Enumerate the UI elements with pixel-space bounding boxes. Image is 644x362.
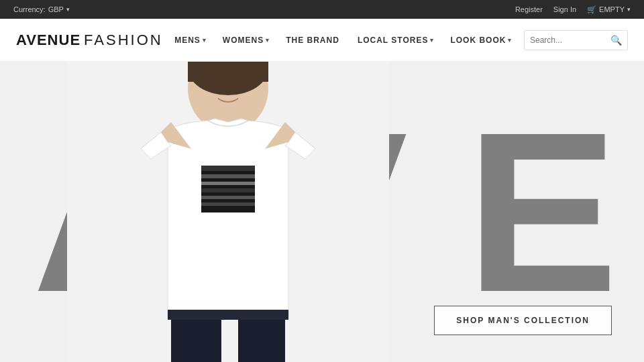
search-button[interactable]: 🔍 <box>605 35 627 46</box>
svg-rect-10 <box>201 196 255 199</box>
nav-the-brand[interactable]: THE BRAND <box>286 36 341 45</box>
cart-label: EMPTY <box>599 5 625 13</box>
shop-mans-collection-button[interactable]: SHOP MAN'S COLLECTION <box>434 306 612 335</box>
search-bar[interactable]: 🔍 <box>524 30 628 50</box>
currency-value[interactable]: GBP <box>48 5 64 13</box>
svg-rect-6 <box>201 166 255 171</box>
model-image: AVENUE FASHION <box>67 62 389 362</box>
svg-rect-8 <box>201 182 255 185</box>
cart-dropdown-icon: ▾ <box>627 6 631 13</box>
nav-womens[interactable]: WOMENS <box>223 36 270 45</box>
main-nav: MENS WOMENS THE BRAND LOCAL STORES LOOK … <box>174 36 512 45</box>
logo-light: FASHION <box>84 32 163 49</box>
svg-rect-14 <box>238 313 285 362</box>
currency-dropdown-icon[interactable]: ▾ <box>66 6 70 13</box>
cart-button[interactable]: 🛒 EMPTY ▾ <box>587 5 631 14</box>
nav-local-stores[interactable]: LOCAL STORES <box>358 36 435 45</box>
svg-rect-13 <box>171 313 221 362</box>
svg-rect-15 <box>168 310 288 320</box>
svg-rect-4 <box>188 62 268 82</box>
svg-rect-11 <box>201 202 255 206</box>
signin-link[interactable]: Sign In <box>553 5 576 13</box>
cart-icon: 🛒 <box>587 5 596 14</box>
top-bar-left: Currency: GBP ▾ <box>13 5 70 13</box>
cta-container: SHOP MAN'S COLLECTION <box>434 306 612 335</box>
currency-label: Currency: <box>13 5 46 13</box>
search-input[interactable] <box>525 36 605 45</box>
header: AVENUE FASHION MENS WOMENS THE BRAND LOC… <box>0 19 644 62</box>
hero-letter-e: E <box>466 98 612 326</box>
hero-section: A V E <box>0 62 644 362</box>
svg-rect-7 <box>201 174 255 178</box>
logo-bold: AVENUE <box>16 32 80 49</box>
svg-text:AVENUE FASHION: AVENUE FASHION <box>205 215 252 220</box>
nav-mens[interactable]: MENS <box>174 36 207 45</box>
register-link[interactable]: Register <box>515 5 543 13</box>
logo[interactable]: AVENUE FASHION <box>16 32 163 49</box>
nav-look-book[interactable]: LOOK BOOK <box>450 36 512 45</box>
top-bar: Currency: GBP ▾ Register Sign In 🛒 EMPTY… <box>0 0 644 19</box>
svg-rect-9 <box>201 188 255 192</box>
top-bar-right: Register Sign In 🛒 EMPTY ▾ <box>515 5 631 14</box>
